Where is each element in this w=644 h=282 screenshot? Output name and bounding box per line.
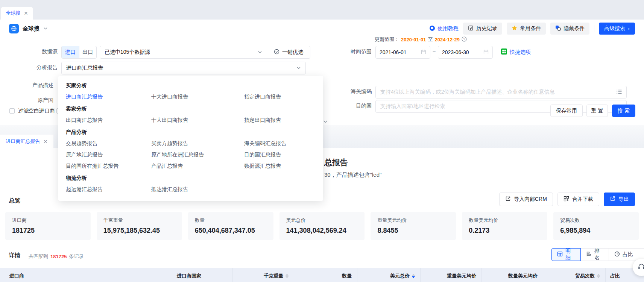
dropdown-section-buyer: 买家分析	[58, 79, 323, 91]
report-selected-value: 进口商汇总报告	[66, 65, 103, 71]
data-source-selected-text: 已选中105个数据源	[105, 49, 150, 56]
browser-tab-bar: 全球搜 ✕	[0, 0, 644, 20]
dropdown-item-departure-port-summary[interactable]: 起运港汇总报告	[66, 183, 151, 195]
app-switcher[interactable]: 全球搜	[9, 24, 48, 33]
search-button[interactable]: 搜 索	[612, 105, 635, 117]
history-icon	[468, 25, 474, 32]
update-range-start: 2020-01-01	[401, 37, 426, 42]
list-icon[interactable]	[616, 89, 622, 96]
col-importer[interactable]: 进口商	[0, 268, 171, 282]
card-label: 数量	[195, 217, 267, 224]
favorites-label: 常用条件	[520, 25, 541, 32]
advanced-search-button[interactable]: 高级搜索 ›	[599, 23, 635, 35]
dropdown-item-hs-code-summary[interactable]: 海关编码汇总报告	[244, 138, 323, 149]
dropdown-item-specified-exporter[interactable]: 指定出口商报告	[244, 114, 323, 126]
export-button[interactable]: 导出	[604, 193, 635, 206]
import-crm-label: 导入内部CRM	[514, 196, 547, 203]
col-kg-weight[interactable]: 千克重量	[233, 268, 294, 282]
view-detail-button[interactable]: 明细	[551, 248, 581, 261]
hs-code-input[interactable]: 支持4位以上海关编码，或2位海关编码加上产品描述、企业名称的任意信息	[375, 86, 627, 99]
col-label: 数量美元均价	[508, 273, 538, 279]
one-click-optimize-label: 一键优选	[282, 49, 303, 56]
col-usd-total[interactable]: 美元总价	[357, 268, 421, 282]
reset-button[interactable]: 重 置	[586, 105, 608, 117]
destination-label: 目的国	[330, 103, 372, 109]
col-label: 进口商国家	[177, 273, 201, 279]
card-value: 141,308,042,569.24	[286, 227, 358, 235]
view-rank-button[interactable]: 排名	[580, 248, 609, 261]
hide-conditions-button[interactable]: 隐藏条件	[550, 23, 589, 35]
tutorial-link[interactable]: 使用教程	[429, 25, 459, 32]
card-value: 181725	[12, 227, 84, 235]
dropdown-item-trade-trend[interactable]: 交易趋势报告	[66, 138, 151, 149]
dropdown-item-destination-continent-summary[interactable]: 目的国所在洲汇总报告	[66, 160, 151, 171]
favorites-button[interactable]: 常用条件	[507, 23, 546, 35]
origin-label: 原产国	[12, 97, 53, 104]
dropdown-item-buyer-seller-trend[interactable]: 买卖方趋势报告	[151, 138, 244, 149]
report-select[interactable]: 进口商汇总报告	[61, 62, 306, 74]
calendar-icon	[421, 49, 426, 56]
history-button[interactable]: 历史记录	[463, 23, 502, 35]
dropdown-item-specified-importer[interactable]: 指定进口商报告	[244, 91, 323, 102]
card-value: 0.2173	[469, 227, 541, 235]
dropdown-item-product-summary[interactable]: 产品汇总报告	[151, 160, 244, 171]
card-label: 重量美元均价	[377, 217, 449, 224]
save-common-button[interactable]: 保存常用	[550, 105, 583, 117]
card-label: 千克重量	[103, 217, 175, 224]
dropdown-item-exporter-summary[interactable]: 出口商汇总报告	[66, 114, 151, 126]
global-search-screen: 全球搜 ✕ 全球搜 使用教程 历史记录 常用条件	[0, 0, 644, 282]
data-source-select[interactable]: 已选中105个数据源	[100, 46, 267, 58]
dropdown-item-top10-exporter[interactable]: 十大出口商报告	[151, 114, 244, 126]
one-click-optimize-button[interactable]: 一键优选	[267, 46, 310, 58]
dropdown-item-origin-summary[interactable]: 原产地汇总报告	[66, 149, 151, 160]
col-quantity[interactable]: 数量	[294, 268, 357, 282]
chevron-down-icon	[258, 49, 262, 55]
tab-export[interactable]: 出口	[79, 46, 97, 58]
card-value: 650,404,687,347.05	[195, 227, 267, 235]
filter-blank-importer-checkbox[interactable]: 过滤空白进口商	[9, 108, 55, 114]
checkbox-icon[interactable]	[9, 108, 15, 114]
update-range-end: 2024-12-29	[435, 37, 460, 42]
browser-tab-global-search[interactable]: 全球搜 ✕	[1, 7, 33, 20]
quick-options-link[interactable]: 快捷选项	[501, 49, 531, 56]
dropdown-item-destination-summary[interactable]: 目的国汇总报告	[244, 149, 323, 160]
close-icon[interactable]: ✕	[24, 11, 28, 16]
import-crm-button[interactable]: 导入内部CRM	[499, 193, 553, 206]
card-label: 美元总价	[286, 217, 358, 224]
merge-download-button[interactable]: 合并下载	[557, 193, 599, 206]
time-range-end-input[interactable]: 2023-06-30	[438, 46, 493, 59]
dropdown-item-origin-continent-summary[interactable]: 原产地所在洲汇总报告	[151, 149, 244, 160]
details-heading: 详情	[9, 252, 20, 259]
dropdown-item-top10-importer[interactable]: 十大进口商报告	[151, 91, 244, 102]
dropdown-item-arrival-port-summary[interactable]: 抵达港汇总报告	[151, 183, 244, 195]
dropdown-item-importer-summary[interactable]: 进口商汇总报告	[66, 91, 151, 102]
time-range-start-value: 2021-06-01	[380, 49, 407, 55]
col-label: 进口商	[9, 273, 24, 279]
sort-icon[interactable]	[286, 274, 289, 278]
question-circle-icon[interactable]: ?	[462, 36, 467, 43]
collapse-panel-icon[interactable]	[323, 119, 328, 126]
export-icon	[610, 196, 615, 203]
check-circle-icon	[274, 49, 279, 56]
sort-icon-active-desc[interactable]	[412, 274, 415, 278]
time-range-start-input[interactable]: 2021-06-01	[375, 46, 430, 59]
result-tab-importer-summary[interactable]: 进口商汇总报告 ✕	[0, 135, 53, 148]
chevron-down-icon	[43, 25, 48, 32]
dropdown-item-datasource-summary[interactable]: 数据源汇总报告	[244, 160, 323, 171]
col-trade-count[interactable]: 贸易次数	[543, 268, 606, 282]
col-usd-per-weight[interactable]: 重量美元均价	[421, 268, 482, 282]
view-share-label: 占比	[623, 251, 633, 258]
chevron-right-icon: ›	[628, 26, 630, 32]
tab-import[interactable]: 进口	[62, 46, 79, 58]
col-label: 贸易次数	[575, 273, 595, 279]
col-importer-country[interactable]: 进口商国家	[171, 268, 233, 282]
col-usd-per-qty[interactable]: 数量美元均价	[482, 268, 543, 282]
time-range-label: 时间范围	[330, 49, 372, 55]
date-separator: –	[431, 49, 437, 54]
app-header: 全球搜 使用教程 历史记录 常用条件 隐藏条件 高级搜索	[0, 20, 644, 38]
filter-blank-importer-label: 过滤空白进口商	[18, 108, 55, 114]
close-icon[interactable]: ✕	[44, 139, 48, 144]
sort-icon[interactable]	[597, 274, 600, 278]
match-suffix: 条记录	[69, 253, 84, 260]
card-value: 15,975,185,632.45	[103, 227, 175, 235]
